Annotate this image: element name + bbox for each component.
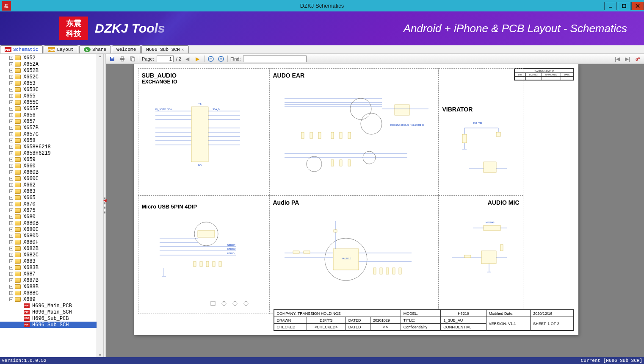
tree-folder[interactable]: +X680C [0, 226, 103, 233]
expand-icon[interactable]: + [9, 139, 13, 142]
tree-folder[interactable]: +X670 [0, 201, 103, 207]
tab-schematic[interactable]: PDF Schematic [0, 45, 43, 53]
maximize-button[interactable] [618, 2, 630, 10]
expand-icon[interactable]: + [9, 62, 13, 66]
page-input[interactable] [157, 56, 174, 62]
tree-folder[interactable]: +X657 [0, 118, 103, 125]
expand-icon[interactable]: + [9, 151, 13, 155]
tab-share[interactable]: ↻ Share [79, 45, 111, 53]
tab-document[interactable]: H696_Sub_SCH ✕ [141, 45, 188, 53]
expand-icon[interactable]: + [9, 88, 13, 92]
expand-icon[interactable]: + [9, 189, 13, 193]
tree-folder[interactable]: +X682B [0, 245, 103, 252]
expand-icon[interactable]: + [9, 278, 13, 282]
close-button[interactable] [631, 2, 644, 10]
tab-welcome[interactable]: Welcome [112, 45, 141, 53]
expand-icon[interactable]: + [9, 119, 13, 123]
tree-folder[interactable]: +X652C [0, 74, 103, 80]
expand-icon[interactable]: + [9, 183, 13, 187]
tree-folder-expanded[interactable]: −X689 [0, 296, 103, 303]
last-page-button[interactable]: ▶| [624, 55, 631, 63]
expand-icon[interactable]: + [9, 69, 13, 72]
tree[interactable]: +X652+X652A+X652B+X652C+X653+X653C+X655+… [0, 54, 103, 357]
tree-file[interactable]: PDFH696_Sub_PCB [0, 315, 103, 322]
prev-page-button[interactable]: ◀ [184, 55, 191, 63]
tree-folder[interactable]: +X665 [0, 195, 103, 201]
expand-icon[interactable]: + [9, 247, 13, 250]
tree-folder[interactable]: +X652 [0, 55, 103, 61]
expand-icon[interactable]: + [9, 240, 13, 244]
tree-folder[interactable]: +X680B [0, 220, 103, 226]
tree-folder[interactable]: +X653 [0, 80, 103, 86]
minimize-button[interactable] [604, 2, 617, 10]
find-input[interactable] [243, 56, 307, 62]
tree-folder[interactable]: +X660C [0, 175, 103, 182]
expand-icon[interactable]: + [9, 126, 13, 130]
tree-folder[interactable]: +X655C [0, 99, 103, 106]
expand-icon[interactable]: + [9, 285, 13, 289]
tree-folder[interactable]: +X683 [0, 258, 103, 264]
expand-icon[interactable]: + [9, 272, 13, 276]
tree-folder[interactable]: +X655F [0, 106, 103, 112]
tree-folder[interactable]: +X687 [0, 271, 103, 277]
sidebar-scrollbar[interactable] [97, 54, 103, 357]
tree-folder[interactable]: +X660 [0, 163, 103, 169]
expand-icon[interactable]: + [9, 221, 13, 225]
tree-folder[interactable]: +X658H6219 [0, 150, 103, 156]
tree-folder[interactable]: +X682C [0, 252, 103, 258]
tree-folder[interactable]: +X656 [0, 112, 103, 118]
splitter-collapse-icon[interactable]: ◀ [103, 198, 107, 203]
tree-folder[interactable]: +X655 [0, 93, 103, 99]
tree-folder[interactable]: +X658 [0, 137, 103, 144]
expand-icon[interactable]: + [9, 107, 13, 111]
expand-icon[interactable]: + [9, 202, 13, 206]
expand-icon[interactable]: + [9, 158, 13, 161]
viewer[interactable]: REVISION RECORD LTRECO NO.APPROVEDDATE S… [106, 64, 644, 357]
close-tab-icon[interactable]: ✕ [181, 47, 184, 52]
tree-folder[interactable]: +X687B [0, 277, 103, 283]
tree-folder[interactable]: +X657C [0, 131, 103, 137]
expand-icon[interactable]: + [9, 215, 13, 219]
expand-icon[interactable]: + [9, 266, 13, 270]
tree-folder[interactable]: +X652A [0, 61, 103, 67]
expand-icon[interactable]: + [9, 81, 13, 85]
copy-button[interactable] [129, 55, 136, 63]
tree-file[interactable]: PDFH696_Sub_SCH [0, 322, 103, 328]
expand-icon[interactable]: + [9, 56, 13, 60]
next-page-button[interactable]: ▶ [194, 55, 202, 63]
tree-folder[interactable]: +X680D [0, 233, 103, 239]
tree-file[interactable]: PDFH696_Main_SCH [0, 309, 103, 315]
expand-icon[interactable]: + [9, 100, 13, 104]
expand-icon[interactable]: + [9, 132, 13, 136]
collapse-icon[interactable]: − [9, 297, 13, 301]
tree-folder[interactable]: +X652B [0, 67, 103, 74]
expand-icon[interactable]: + [9, 291, 13, 295]
tree-folder[interactable]: +X663 [0, 188, 103, 195]
tree-folder[interactable]: +X659 [0, 156, 103, 163]
expand-icon[interactable]: + [9, 94, 13, 98]
expand-icon[interactable]: + [9, 75, 13, 79]
zoom-in-button[interactable] [217, 55, 225, 63]
tree-folder[interactable]: +X658H6218 [0, 144, 103, 150]
expand-icon[interactable]: + [9, 208, 13, 212]
zoom-out-button[interactable] [207, 55, 215, 63]
expand-icon[interactable]: + [9, 177, 13, 181]
expand-icon[interactable]: + [9, 259, 13, 263]
expand-icon[interactable]: + [9, 164, 13, 168]
text-tool-button[interactable]: aª [634, 55, 641, 63]
tree-folder[interactable]: +X675 [0, 207, 103, 214]
tree-folder[interactable]: +X680 [0, 214, 103, 220]
expand-icon[interactable]: + [9, 170, 13, 174]
tab-layout[interactable]: PADS Layout [44, 45, 78, 53]
expand-icon[interactable]: + [9, 253, 13, 257]
tree-folder[interactable]: +X683B [0, 264, 103, 271]
first-page-button[interactable]: |◀ [614, 55, 621, 63]
expand-icon[interactable]: + [9, 234, 13, 238]
tree-folder[interactable]: +X660B [0, 169, 103, 175]
tree-folder[interactable]: +X680F [0, 239, 103, 245]
tree-folder[interactable]: +X662 [0, 182, 103, 188]
print-button[interactable] [119, 55, 126, 63]
save-button[interactable] [108, 55, 116, 63]
tree-folder[interactable]: +X657B [0, 125, 103, 131]
expand-icon[interactable]: + [9, 145, 13, 149]
